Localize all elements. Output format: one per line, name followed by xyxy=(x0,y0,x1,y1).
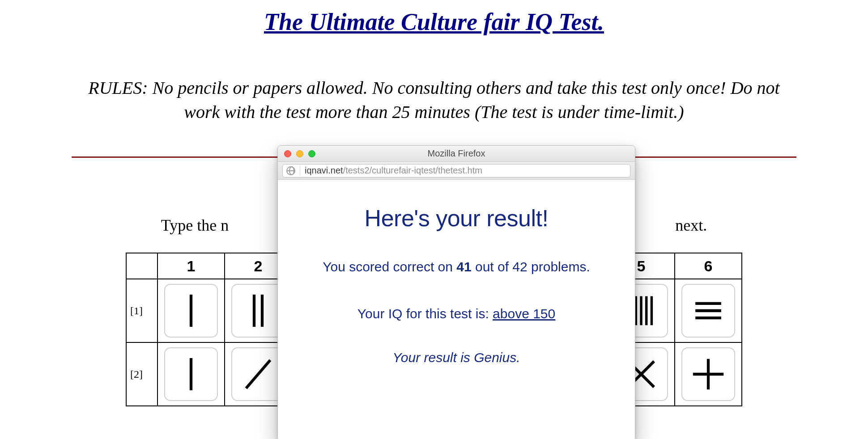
plus-icon xyxy=(688,354,728,394)
iq-value: above 150 xyxy=(493,306,555,321)
score-correct-count: 41 xyxy=(456,259,471,274)
pattern-tile xyxy=(231,347,285,401)
col-header: 6 xyxy=(675,253,742,279)
choice-cell[interactable] xyxy=(675,342,742,406)
addressbar-separator xyxy=(300,166,300,176)
score-prefix: You scored correct on xyxy=(323,259,456,274)
pattern-tile xyxy=(164,284,218,338)
address-bar[interactable]: iqnavi.net/tests2/culturefair-iqtest/the… xyxy=(282,164,630,177)
page-title: The Ultimate Culture fair IQ Test. xyxy=(0,0,868,36)
window-title: Mozilla Firefox xyxy=(278,148,635,159)
choice-cell[interactable] xyxy=(157,342,225,406)
svg-line-12 xyxy=(246,360,270,388)
pattern-tile xyxy=(681,347,735,401)
iq-prefix: Your IQ for this test is: xyxy=(357,306,493,321)
diagonal-line-icon xyxy=(238,354,278,394)
pattern-tile xyxy=(681,284,735,338)
row-number: [2] xyxy=(126,342,157,406)
result-genius: Your result is Genius. xyxy=(305,350,608,365)
col-header: 1 xyxy=(157,253,225,279)
url-text: iqnavi.net/tests2/culturefair-iqtest/the… xyxy=(305,165,482,176)
three-horizontal-lines-icon xyxy=(688,291,728,331)
row-number: [1] xyxy=(126,279,157,342)
globe-icon xyxy=(286,166,295,175)
result-iq: Your IQ for this test is: above 150 xyxy=(305,306,608,321)
rules-text: RULES: No pencils or papers allowed. No … xyxy=(0,76,868,124)
window-titlebar[interactable]: Mozilla Firefox xyxy=(278,146,635,162)
popup-content: Here's your result! You scored correct o… xyxy=(278,180,635,439)
two-vertical-lines-icon xyxy=(238,291,278,331)
table-blank-header xyxy=(126,253,157,279)
pattern-tile xyxy=(164,347,218,401)
browser-popup-window: Mozilla Firefox iqnavi.net/tests2/cultur… xyxy=(277,145,635,439)
addressbar-row: iqnavi.net/tests2/culturefair-iqtest/the… xyxy=(278,162,635,180)
pattern-tile xyxy=(231,284,285,338)
one-vertical-line-icon xyxy=(171,291,211,331)
choice-cell[interactable] xyxy=(157,279,225,342)
url-domain: iqnavi.net xyxy=(305,165,343,175)
url-path: /tests2/culturefair-iqtest/thetest.htm xyxy=(343,165,482,175)
result-heading: Here's your result! xyxy=(305,205,608,232)
instruction-right: next. xyxy=(675,216,707,234)
choice-cell[interactable] xyxy=(675,279,742,342)
instruction-left: Type the n xyxy=(161,216,229,234)
result-score: You scored correct on 41 out of 42 probl… xyxy=(305,257,608,278)
score-suffix: out of 42 problems. xyxy=(472,259,590,274)
one-vertical-line-icon xyxy=(171,354,211,394)
